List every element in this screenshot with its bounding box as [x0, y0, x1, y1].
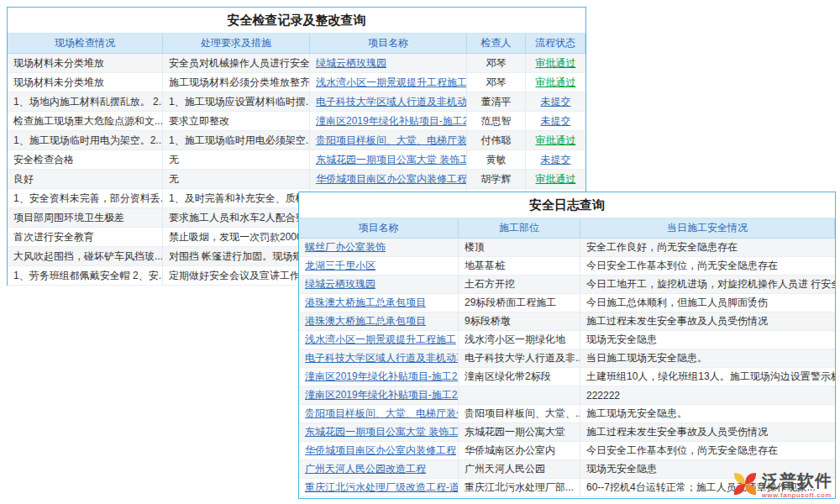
col-header-construction-part[interactable]: 施工部位: [459, 218, 580, 239]
log-table-row[interactable]: 潼南区2019年绿化补贴项目-施工2标段 潼南区绿化带2标段 土建班组10人，绿…: [299, 368, 835, 386]
project-link[interactable]: 潼南区2019年绿化补贴项目-施工2标段: [310, 112, 467, 130]
col-header-project-name[interactable]: 项目名称: [310, 34, 467, 54]
log-window-title: 安全日志查询: [299, 192, 835, 218]
measure-cell: 安全员对机械操作人员进行安全...: [163, 54, 310, 72]
measure-cell: 施工现场材料必须分类堆放整齐...: [163, 73, 310, 92]
log-table-body: 螺丝厂办公室装饰 楼顶 安全工作良好，尚无安全隐患存在 龙湖三千里小区 地基基桩…: [299, 239, 835, 497]
col-header-daily-safety[interactable]: 当日施工安全情况: [580, 218, 835, 239]
construction-part-cell: 土石方开挖: [459, 276, 580, 293]
situation-cell: 现场材料未分类堆放: [8, 73, 163, 92]
project-link[interactable]: 港珠澳大桥施工总承包项目: [299, 294, 459, 312]
status-link[interactable]: 未提交: [526, 112, 585, 130]
measure-cell: 无: [163, 150, 310, 169]
project-link[interactable]: 港珠澳大桥施工总承包项目: [299, 312, 459, 330]
col-header-measures[interactable]: 处理要求及措施: [163, 34, 310, 54]
daily-safety-cell: 今日工地开工，旋挖机进场，对旋挖机操作人员进 行安全技术...: [580, 276, 835, 293]
project-link[interactable]: 潼南区2019年绿化补贴项目-施工2标段: [299, 368, 459, 386]
project-link[interactable]: 电子科技大学区域人行道及非机动车道工程: [310, 92, 467, 111]
inspector-cell: 董清平: [467, 92, 526, 111]
project-link[interactable]: 浅水湾小区一期景观提升工程施工: [310, 73, 467, 92]
project-link[interactable]: 贵阳项目样板间、大堂、电梯厅装修工程: [299, 405, 459, 423]
daily-safety-cell: 土建班组10人，绿化班组13人。施工现场沟边设置警示标识，...: [580, 368, 835, 386]
log-table-row[interactable]: 贵阳项目样板间、大堂、电梯厅装修工程 贵阳项目样板间、大堂、... 施工现场无安…: [299, 405, 835, 423]
log-table-row[interactable]: 绿城云栖玫瑰园 土石方开挖 今日工地开工，旋挖机进场，对旋挖机操作人员进 行安全…: [299, 276, 835, 294]
measure-cell: 对围挡 帐篷进行加固。现场规...: [163, 247, 310, 265]
situation-cell: 项目部周围环境卫生极差: [8, 208, 163, 227]
log-table-row[interactable]: 东城花园一期项目公寓大堂 装饰工程 东城花园一期公寓大堂 施工过程未发生安全事故…: [299, 423, 835, 442]
inspection-table-row[interactable]: 检查施工现场重大危险点源和文... 要求立即整改 潼南区2019年绿化补贴项目-…: [8, 112, 585, 131]
daily-safety-cell: 222222: [580, 386, 835, 404]
measure-cell: 禁止吸烟，发现一次罚款2000...: [163, 228, 310, 246]
construction-part-cell: 浅水湾小区一期绿化地: [459, 331, 580, 349]
situation-cell: 1、场地内施工材料乱摆乱放。 2...: [8, 92, 163, 111]
situation-cell: 良好: [8, 170, 163, 188]
project-link[interactable]: 东城花园一期项目公寓大堂 装饰工程: [299, 423, 459, 441]
inspector-cell: 范思智: [467, 112, 526, 130]
project-link[interactable]: 东城花园一期项目公寓大堂 装饰工程: [310, 150, 467, 169]
log-table-row[interactable]: 潼南区2019年绿化补贴项目-施工2标段 222222: [299, 386, 835, 405]
daily-safety-cell: 施工现场无安全隐患。: [580, 405, 835, 423]
project-link[interactable]: 绿城云栖玫瑰园: [299, 276, 459, 293]
col-header-inspector[interactable]: 检查人: [467, 34, 526, 54]
log-table-row[interactable]: 华侨城项目南区办公室内装修工程 华侨城南区办公室内 今日安全工作基本到位，尚无安…: [299, 442, 835, 460]
log-table-row[interactable]: 龙湖三千里小区 地基基桩 今日安全工作基本到位，尚无安全隐患存在: [299, 257, 835, 276]
inspection-table-row[interactable]: 安全检查合格 无 东城花园一期项目公寓大堂 装饰工程 黄敏 未提交: [8, 150, 585, 170]
situation-cell: 1、施工现场临时用电为架空。2...: [8, 131, 163, 150]
project-link[interactable]: 螺丝厂办公室装饰: [299, 239, 459, 256]
col-header-flow-status[interactable]: 流程状态: [526, 34, 585, 54]
construction-part-cell: 华侨城南区办公室内: [459, 442, 580, 459]
project-link[interactable]: 龙湖三千里小区: [299, 257, 459, 275]
project-link[interactable]: 贵阳项目样板间、大堂、电梯厅装修工程: [310, 131, 467, 150]
daily-safety-cell: 施工过程未发生安全事故及人员受伤情况: [580, 312, 835, 330]
status-link[interactable]: 审批通过: [526, 73, 585, 92]
inspection-table-header: 现场检查情况 处理要求及措施 项目名称 检查人 流程状态: [8, 34, 585, 54]
log-table-row[interactable]: 港珠澳大桥施工总承包项目 9标段桥墩 施工过程未发生安全事故及人员受伤情况: [299, 312, 835, 331]
project-link[interactable]: 广州天河人民公园改造工程: [299, 460, 459, 478]
project-link[interactable]: 潼南区2019年绿化补贴项目-施工2标段: [299, 386, 459, 404]
construction-part-cell: 东城花园一期公寓大堂: [459, 423, 580, 441]
construction-part-cell: 地基基桩: [459, 257, 580, 275]
status-link[interactable]: 未提交: [526, 150, 585, 169]
brand-name: 泛普软件: [762, 472, 832, 489]
construction-part-cell: [459, 386, 580, 404]
project-link[interactable]: 华侨城项目南区办公室内装修工程: [310, 170, 467, 188]
project-link[interactable]: 绿城云栖玫瑰园: [310, 54, 467, 72]
inspection-table-row[interactable]: 现场材料未分类堆放 施工现场材料必须分类堆放整齐... 浅水湾小区一期景观提升工…: [8, 73, 585, 92]
status-link[interactable]: 审批通过: [526, 170, 585, 188]
construction-part-cell: 贵阳项目样板间、大堂、...: [459, 405, 580, 423]
safety-log-window: 安全日志查询 项目名称 施工部位 当日施工安全情况 螺丝厂办公室装饰 楼顶 安全…: [298, 192, 836, 499]
log-table-row[interactable]: 电子科技大学区域人行道及非机动车道工程 电子科技大学人行道及非... 当日施工现…: [299, 349, 835, 368]
log-table-row[interactable]: 港珠澳大桥施工总承包项目 29标段桥面工程施工 今日施工总体顺利，但施工人员脚面…: [299, 294, 835, 312]
col-header-log-project[interactable]: 项目名称: [299, 218, 459, 239]
measure-cell: 1、及时完善和补充安全、质检...: [163, 189, 310, 207]
log-table-row[interactable]: 螺丝厂办公室装饰 楼顶 安全工作良好，尚无安全隐患存在: [299, 239, 835, 257]
daily-safety-cell: 安全工作良好，尚无安全隐患存在: [580, 239, 835, 256]
inspector-cell: 付伟聪: [467, 131, 526, 150]
status-link[interactable]: 审批通过: [526, 54, 585, 72]
status-link[interactable]: 未提交: [526, 92, 585, 111]
situation-cell: 1、劳务班组都佩戴安全帽 2、安...: [8, 266, 163, 285]
inspection-table-row[interactable]: 现场材料未分类堆放 安全员对机械操作人员进行安全... 绿城云栖玫瑰园 邓琴 审…: [8, 54, 585, 73]
inspection-table-row[interactable]: 1、场地内施工材料乱摆乱放。 2... 1、施工现场应设置材料临时摆... 电子…: [8, 92, 585, 112]
status-link[interactable]: 审批通过: [526, 131, 585, 150]
construction-part-cell: 广州天河人民公园: [459, 460, 580, 478]
measure-cell: 1、施工现场应设置材料临时摆...: [163, 92, 310, 111]
construction-part-cell: 9标段桥墩: [459, 312, 580, 330]
col-header-site-situation[interactable]: 现场检查情况: [8, 34, 163, 54]
daily-safety-cell: 今日施工总体顺利，但施工人员脚面烫伤: [580, 294, 835, 312]
project-link[interactable]: 电子科技大学区域人行道及非机动车道工程: [299, 349, 459, 367]
project-link[interactable]: 浅水湾小区一期景观提升工程施工: [299, 331, 459, 349]
brand-watermark: 泛普软件 www.fanpusoft.com: [732, 471, 832, 500]
project-link[interactable]: 重庆江北污水处理厂级改造工程-道路修复: [299, 479, 459, 496]
daily-safety-cell: 施工过程未发生安全事故及人员受伤情况: [580, 423, 835, 441]
construction-part-cell: 潼南区绿化带2标段: [459, 368, 580, 386]
inspection-table-row[interactable]: 良好 无 华侨城项目南区办公室内装修工程 胡学辉 审批通过: [8, 170, 585, 189]
log-table-row[interactable]: 浅水湾小区一期景观提升工程施工 浅水湾小区一期绿化地 现场无安全隐患: [299, 331, 835, 349]
log-table-header: 项目名称 施工部位 当日施工安全情况: [299, 218, 835, 239]
situation-cell: 1、安全资料未完善，部分资料丢...: [8, 189, 163, 207]
project-link[interactable]: 华侨城项目南区办公室内装修工程: [299, 442, 459, 459]
situation-cell: 现场材料未分类堆放: [8, 54, 163, 72]
daily-safety-cell: 今日安全工作基本到位，尚无安全隐患存在: [580, 442, 835, 459]
inspection-table-row[interactable]: 1、施工现场临时用电为架空。2... 1、施工现场临时用电必须架空... 贵阳项…: [8, 131, 585, 150]
inspector-cell: 黄敏: [467, 150, 526, 169]
